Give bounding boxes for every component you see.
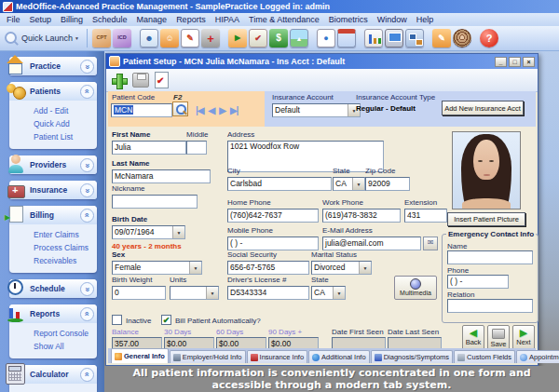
work-phone-input[interactable]: (619)478-3832	[322, 209, 401, 223]
extension-input[interactable]: 431	[404, 209, 447, 223]
state-select[interactable]: CA ▼	[333, 177, 365, 191]
sidebar-item-add-edit[interactable]: Add - Edit	[34, 104, 97, 117]
inactive-checkbox[interactable]	[112, 315, 122, 325]
progress-notes-icon[interactable]: ✎	[181, 29, 199, 47]
sidebar-section-reports[interactable]: Reports	[9, 304, 97, 323]
minimize-button[interactable]: _	[495, 57, 507, 67]
sidebar-item-receivables[interactable]: Receivables	[34, 254, 97, 267]
sidebar-section-providers[interactable]: Providers	[9, 155, 97, 174]
menu-item[interactable]: Billing	[56, 15, 88, 24]
dropdown-arrow-icon[interactable]: ▼	[206, 287, 218, 299]
sidebar-section-practice[interactable]: Practice	[9, 57, 97, 75]
quick-launch-label[interactable]: Quick Launch	[21, 34, 73, 43]
menu-item[interactable]: HIPAA	[211, 15, 244, 24]
scheduler-icon[interactable]	[337, 29, 356, 47]
statements-icon[interactable]: $	[269, 29, 288, 47]
cpt-codes-icon[interactable]: CPT	[92, 29, 111, 47]
reports-icon[interactable]: ●	[317, 29, 335, 47]
sidebar-section-patients[interactable]: Patients	[9, 82, 97, 101]
sidebar-item-patient-list[interactable]: Patient List	[34, 130, 97, 143]
sidebar-section-calculator[interactable]: Calculator	[9, 365, 97, 384]
ssn-input[interactable]: 656-67-5765	[227, 261, 309, 275]
biometrics-fingerprint-icon[interactable]	[453, 29, 471, 47]
patient-search-button[interactable]	[172, 101, 188, 116]
patient-record-icon[interactable]: ☻	[140, 29, 158, 47]
tab-employer-hold-info[interactable]: Employer/Hold Info	[170, 350, 246, 363]
units-select[interactable]: ▼	[170, 286, 219, 300]
tab-appointments[interactable]: Appointments	[516, 350, 559, 363]
collapse-chevron-icon[interactable]	[80, 85, 94, 99]
last-record-icon[interactable]: ▶|	[230, 105, 239, 115]
menu-item[interactable]: Time & Attendance	[244, 15, 324, 24]
address-input[interactable]: 1021 Woodfox Row	[227, 141, 384, 172]
emergency-phone-input[interactable]: ( ) -	[447, 275, 509, 289]
verify-icon[interactable]	[155, 72, 169, 88]
sidebar-item-show-all[interactable]: Show All	[34, 340, 97, 353]
tab-general-info[interactable]: General Info	[111, 348, 169, 363]
collapse-chevron-icon[interactable]	[80, 209, 94, 223]
dropdown-arrow-icon[interactable]: ▼	[352, 178, 364, 190]
sidebar-section-schedule[interactable]: Schedule	[9, 279, 97, 298]
sidebar-item-quick-add[interactable]: Quick Add	[34, 117, 97, 130]
tab-custom-fields[interactable]: Custom Fields	[454, 350, 515, 363]
patient-code-input[interactable]: MCN	[111, 103, 172, 117]
previous-record-icon[interactable]: ◀	[209, 105, 215, 115]
menu-item[interactable]: Reports	[171, 15, 211, 24]
patient-visit-icon[interactable]: ☺	[160, 29, 179, 47]
next-button[interactable]: ▶ Next	[512, 325, 535, 350]
tab-additional-info[interactable]: Additional Info	[308, 350, 370, 363]
add-new-insurance-button[interactable]: Add New Insurance Acct	[442, 101, 524, 115]
middle-input[interactable]	[186, 141, 207, 155]
zip-input[interactable]: 92009	[365, 177, 410, 191]
bill-automatically-checkbox[interactable]: ✔	[161, 315, 171, 325]
sidebar-section-billing[interactable]: Billing	[9, 206, 97, 224]
save-icon[interactable]	[132, 73, 149, 88]
medical-kit-icon[interactable]: +	[201, 29, 220, 47]
dropdown-arrow-icon[interactable]: ▼	[172, 226, 184, 238]
sidebar-item-report-console[interactable]: Report Console	[34, 327, 97, 340]
insert-patient-picture-button[interactable]: Insert Patient Picture	[447, 212, 525, 226]
first-name-input[interactable]: Julia	[112, 141, 186, 155]
tab-insurance-info[interactable]: Insurance Info	[247, 350, 308, 363]
menu-item[interactable]: Window	[373, 15, 412, 24]
add-patient-icon[interactable]	[111, 73, 127, 88]
expand-chevron-icon[interactable]	[80, 282, 94, 296]
menu-item[interactable]: Manage	[132, 15, 172, 24]
email-input[interactable]: julia@email.com	[322, 237, 421, 250]
menu-item[interactable]: Biometrics	[324, 15, 373, 24]
back-button[interactable]: ◀ Back	[462, 325, 484, 350]
quick-launch-search-icon[interactable]	[4, 31, 19, 46]
maximize-button[interactable]: □	[509, 57, 521, 67]
next-record-icon[interactable]: ▶	[219, 105, 225, 115]
send-email-button[interactable]: ✉	[423, 237, 438, 250]
birth-weight-input[interactable]: 0	[112, 286, 166, 300]
security-note-icon[interactable]: ✎	[432, 29, 451, 47]
first-record-icon[interactable]: |◀	[196, 105, 204, 115]
menu-item[interactable]: Schedule	[88, 15, 132, 24]
city-input[interactable]: Carlsbad	[227, 177, 332, 191]
sidebar-item-enter-claims[interactable]: Enter Claims	[34, 228, 97, 241]
drivers-license-input[interactable]: D5343334	[227, 286, 309, 300]
home-phone-input[interactable]: (760)642-7637	[227, 209, 319, 223]
quick-launch-caret-icon[interactable]: ▼	[75, 35, 79, 41]
network-users-icon[interactable]	[405, 29, 424, 47]
icd-codes-icon[interactable]: ICD	[113, 29, 131, 47]
referrals-icon[interactable]: ▶	[228, 29, 247, 47]
images-icon[interactable]: ▲	[290, 29, 308, 47]
emergency-name-input[interactable]	[447, 250, 533, 264]
charts-icon[interactable]	[364, 29, 383, 47]
expand-chevron-icon[interactable]	[80, 60, 94, 74]
expand-chevron-icon[interactable]	[80, 183, 94, 197]
multimedia-button[interactable]: Multimedia	[394, 276, 437, 300]
mobile-phone-input[interactable]: ( ) -	[227, 237, 319, 250]
last-name-input[interactable]: McNamara	[112, 169, 211, 183]
dropdown-arrow-icon[interactable]: ▼	[359, 262, 371, 274]
help-icon[interactable]: ?	[480, 29, 498, 47]
sidebar-section-insurance[interactable]: Insurance	[9, 181, 97, 199]
sidebar-item-process-claims[interactable]: Process Claims	[34, 241, 97, 254]
menu-item[interactable]: Setup	[25, 15, 57, 24]
collapse-chevron-icon[interactable]	[80, 368, 94, 382]
dropdown-arrow-icon[interactable]: ▼	[189, 262, 201, 274]
marital-status-select[interactable]: Divorced ▼	[311, 261, 372, 275]
emergency-relation-input[interactable]	[447, 299, 533, 313]
